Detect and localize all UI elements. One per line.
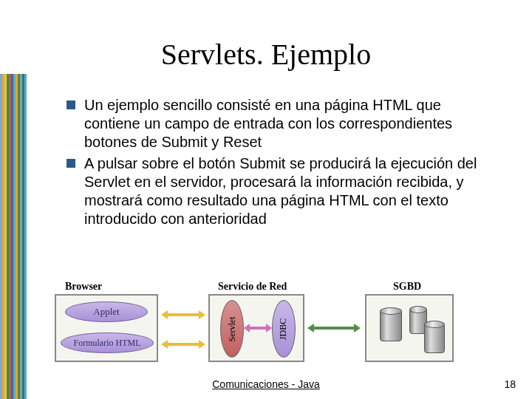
pill-servlet-label: Servlet [227,316,238,341]
decorative-stripe-bar [0,74,27,399]
label-service: Servicio de Red [218,281,287,293]
pill-servlet: Servlet [220,300,244,358]
footer-text: Comunicaciones - Java [0,378,532,390]
cylinder-icon [380,309,402,341]
bullet-text: A pulsar sobre el botón Submit se produc… [84,154,495,228]
arrow-service-sgbd [307,324,361,332]
box-service: Servlet JDBC [208,294,304,362]
cylinder-icon [424,322,445,353]
arrow-browser-service-2 [161,340,205,349]
bullet-icon [66,159,75,168]
pill-jdbc-label: JDBC [279,318,290,339]
pill-jdbc: JDBC [272,300,296,358]
label-sgbd: SGBD [393,281,421,293]
list-item: A pulsar sobre el botón Submit se produc… [66,154,495,228]
arrow-browser-service-1 [161,310,205,319]
architecture-diagram: Browser Applet Formulario HTML Servicio … [52,281,488,366]
arrow-servlet-jdbc [244,324,272,332]
box-sgbd [365,294,454,362]
pill-form: Formulario HTML [61,332,154,353]
slide-title: Servlets. Ejemplo [0,37,532,72]
bullet-list: Un ejemplo sencillo consisté en una pági… [66,96,495,231]
page-number: 18 [504,378,516,390]
box-browser: Applet Formulario HTML [55,294,158,362]
list-item: Un ejemplo sencillo consisté en una pági… [66,96,495,151]
label-browser: Browser [65,281,102,293]
pill-applet: Applet [65,301,148,322]
bullet-icon [66,100,75,109]
bullet-text: Un ejemplo sencillo consisté en una pági… [84,96,495,151]
